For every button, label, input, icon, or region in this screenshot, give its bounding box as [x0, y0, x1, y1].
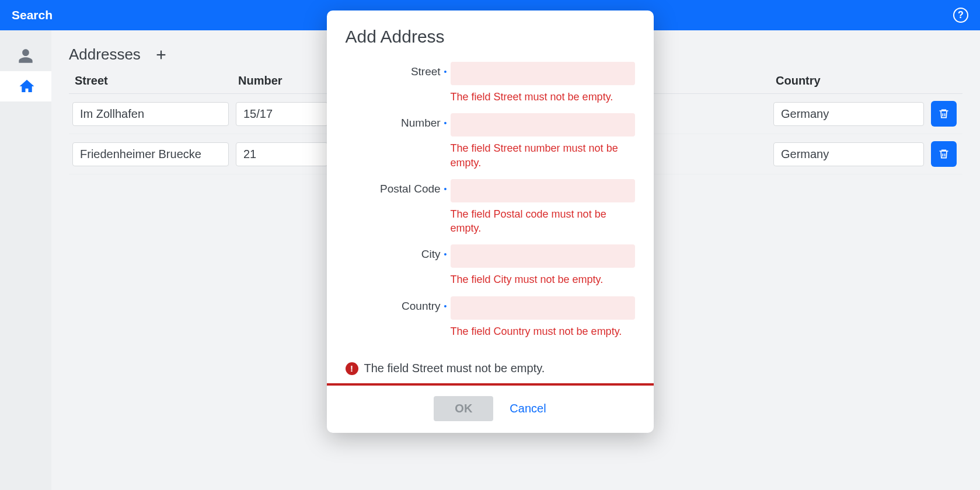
dialog-footer: OK Cancel	[327, 386, 654, 433]
delete-row-button[interactable]	[931, 101, 957, 127]
form-row-country: Country • The field Country must not be …	[346, 296, 635, 346]
required-dot-icon: •	[444, 250, 447, 259]
add-address-button[interactable]	[155, 48, 168, 61]
home-icon	[18, 78, 36, 95]
ok-button[interactable]: OK	[434, 396, 493, 421]
person-icon	[18, 48, 34, 64]
page-title: Search	[12, 8, 53, 22]
country-input[interactable]	[773, 102, 924, 126]
city-label: City	[421, 248, 441, 261]
country-error: The field Country must not be empty.	[451, 324, 635, 338]
number-label: Number	[401, 117, 441, 130]
street-input[interactable]	[72, 142, 229, 166]
help-icon[interactable]: ?	[953, 8, 968, 23]
city-error: The field City must not be empty.	[451, 272, 635, 286]
sidebar-item-person[interactable]	[0, 41, 51, 71]
plus-icon	[155, 48, 168, 61]
section-heading: Addresses	[69, 46, 141, 64]
country-label: Country	[402, 300, 441, 313]
street-input[interactable]	[72, 102, 229, 126]
form-row-postal: Postal Code • The field Postal code must…	[346, 179, 635, 244]
number-input[interactable]	[236, 102, 328, 126]
street-error: The field Street must not be empty.	[451, 90, 635, 104]
dialog-body: Add Address Street • The field Street mu…	[327, 10, 654, 354]
required-dot-icon: •	[444, 302, 447, 311]
add-address-dialog: Add Address Street • The field Street mu…	[327, 10, 654, 433]
cancel-button[interactable]: Cancel	[510, 402, 546, 415]
required-dot-icon: •	[444, 184, 447, 194]
postal-field[interactable]	[451, 179, 635, 202]
postal-error: The field Postal code must not be empty.	[451, 207, 635, 236]
delete-row-button[interactable]	[931, 141, 957, 167]
col-number: Number	[232, 74, 332, 88]
trash-icon	[938, 148, 950, 160]
dialog-notice: ! The field Street must not be empty.	[327, 354, 654, 383]
number-input[interactable]	[236, 142, 328, 166]
form-row-number: Number • The field Street number must no…	[346, 113, 635, 178]
sidebar-item-home[interactable]	[0, 71, 51, 102]
form-row-city: City • The field City must not be empty.	[346, 244, 635, 295]
street-field[interactable]	[451, 62, 635, 85]
number-field[interactable]	[451, 113, 635, 136]
form-row-street: Street • The field Street must not be em…	[346, 62, 635, 112]
dialog-notice-text: The field Street must not be empty.	[364, 362, 545, 375]
sidebar	[0, 30, 51, 490]
country-input[interactable]	[773, 142, 924, 166]
col-country: Country	[770, 74, 927, 88]
country-field[interactable]	[451, 296, 635, 320]
col-street: Street	[69, 74, 232, 88]
city-field[interactable]	[451, 244, 635, 268]
required-dot-icon: •	[444, 67, 447, 76]
error-icon: !	[346, 362, 358, 375]
number-error: The field Street number must not be empt…	[451, 141, 635, 170]
postal-label: Postal Code	[380, 183, 441, 195]
required-dot-icon: •	[444, 118, 447, 128]
street-label: Street	[411, 65, 441, 78]
trash-icon	[938, 108, 950, 120]
dialog-title: Add Address	[346, 27, 635, 47]
